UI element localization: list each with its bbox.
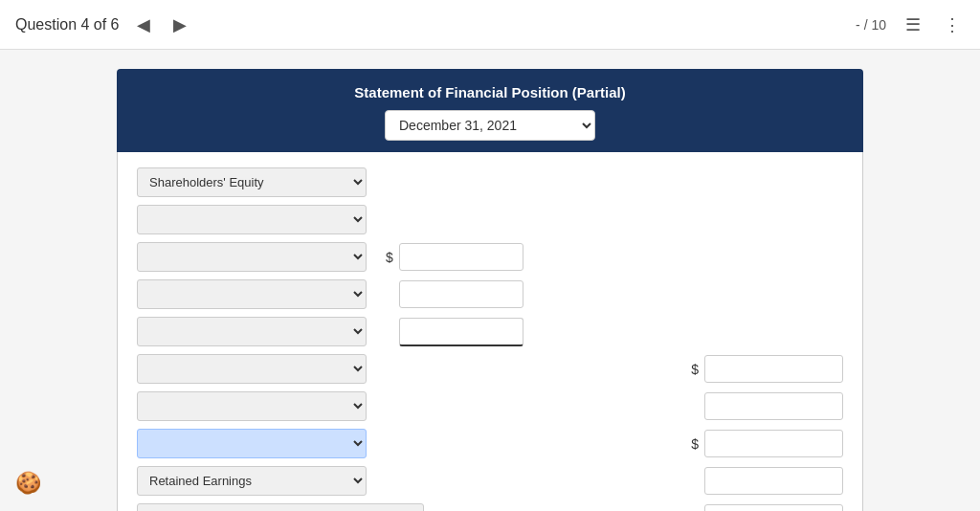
category-select-5[interactable] bbox=[137, 317, 367, 346]
input-field-5[interactable] bbox=[399, 318, 523, 346]
main-content: Statement of Financial Position (Partial… bbox=[0, 50, 980, 511]
header: Question 4 of 6 ◀ ▶ - / 10 ☰ ⋮ bbox=[0, 0, 980, 50]
input-field-6[interactable] bbox=[704, 355, 843, 383]
input-field-3[interactable] bbox=[399, 243, 523, 271]
category-select-4[interactable] bbox=[137, 279, 367, 309]
list-icon-button[interactable]: ☰ bbox=[902, 11, 924, 39]
form-row-5: $ bbox=[137, 317, 843, 346]
next-button[interactable]: ▶ bbox=[167, 11, 192, 39]
dollar-sign-6: $ bbox=[691, 362, 699, 377]
cookie-button[interactable]: 🍪 bbox=[15, 471, 41, 496]
category-select-8[interactable] bbox=[137, 429, 367, 458]
date-select[interactable]: December 31, 2021 bbox=[385, 110, 595, 141]
form-row-9: Retained Earnings bbox=[137, 466, 843, 496]
select-wrapper-1[interactable]: Shareholders' Equity bbox=[137, 167, 367, 197]
input-field-7[interactable] bbox=[704, 392, 843, 420]
dollar-sign-3: $ bbox=[386, 250, 393, 265]
question-label: Question 4 of 6 bbox=[15, 16, 120, 33]
select-wrapper-10[interactable]: Accumulated Other Comprehensive Income bbox=[137, 503, 424, 511]
select-wrapper-2[interactable] bbox=[137, 205, 367, 234]
header-right: - / 10 ☰ ⋮ bbox=[856, 11, 965, 39]
score-label: - / 10 bbox=[856, 17, 886, 33]
form-row-7 bbox=[137, 391, 843, 421]
select-wrapper-9[interactable]: Retained Earnings bbox=[137, 466, 367, 496]
select-wrapper-7[interactable] bbox=[137, 391, 367, 421]
select-wrapper-4[interactable] bbox=[137, 279, 367, 309]
statement-title: Statement of Financial Position (Partial… bbox=[117, 84, 863, 100]
select-wrapper-8[interactable] bbox=[137, 429, 367, 458]
form-row-3: $ bbox=[137, 242, 843, 272]
select-wrapper-5[interactable] bbox=[137, 317, 367, 346]
form-row-10: Accumulated Other Comprehensive Income bbox=[137, 503, 843, 511]
form-row-8: $ bbox=[137, 429, 843, 458]
date-select-wrapper[interactable]: December 31, 2021 bbox=[385, 110, 595, 141]
form-row-4: $ bbox=[137, 279, 843, 309]
category-select-3[interactable] bbox=[137, 242, 367, 272]
input-field-4[interactable] bbox=[399, 280, 523, 308]
prev-button[interactable]: ◀ bbox=[131, 11, 156, 39]
category-select-10[interactable]: Accumulated Other Comprehensive Income bbox=[137, 503, 424, 511]
content-wrapper: Statement of Financial Position (Partial… bbox=[117, 69, 863, 511]
select-wrapper-3[interactable] bbox=[137, 242, 367, 272]
more-options-button[interactable]: ⋮ bbox=[940, 11, 965, 39]
statement-header: Statement of Financial Position (Partial… bbox=[117, 69, 863, 152]
form-row-2 bbox=[137, 205, 843, 234]
header-left: Question 4 of 6 ◀ ▶ bbox=[15, 11, 192, 39]
input-field-10[interactable] bbox=[704, 504, 843, 511]
category-select-6[interactable] bbox=[137, 354, 367, 384]
form-row-1: Shareholders' Equity bbox=[137, 167, 843, 197]
category-select-7[interactable] bbox=[137, 391, 367, 421]
select-wrapper-6[interactable] bbox=[137, 354, 367, 384]
form-area: Shareholders' Equity $ bbox=[117, 152, 863, 511]
input-field-9[interactable] bbox=[704, 467, 843, 495]
category-select-2[interactable] bbox=[137, 205, 367, 234]
input-field-8[interactable] bbox=[704, 430, 843, 457]
category-select-9[interactable]: Retained Earnings bbox=[137, 466, 367, 496]
category-select-1[interactable]: Shareholders' Equity bbox=[137, 167, 367, 197]
form-row-6: $ bbox=[137, 354, 843, 384]
dollar-sign-8: $ bbox=[691, 436, 699, 452]
